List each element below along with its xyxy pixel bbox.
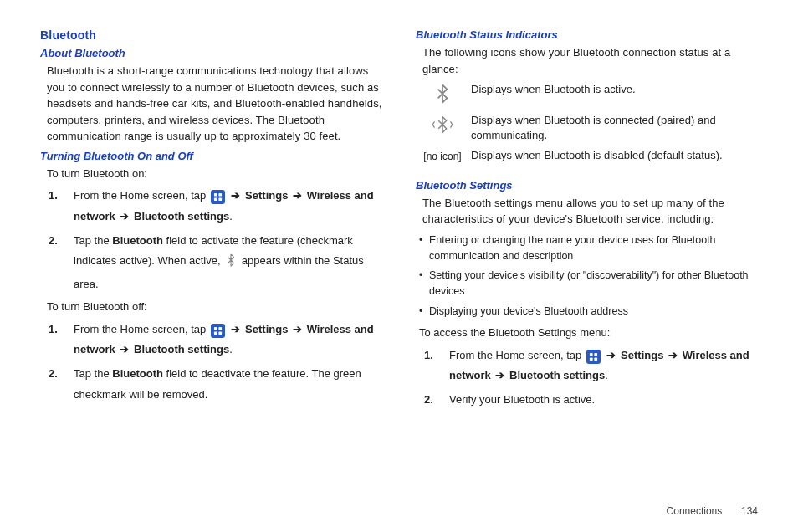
- svg-rect-6: [214, 331, 217, 335]
- bluetooth-active-icon: [422, 82, 463, 108]
- subheading-turning-on-off: Turning Bluetooth On and Off: [40, 150, 382, 162]
- subheading-about-bluetooth: About Bluetooth: [40, 47, 382, 59]
- bullet-visibility: Setting your device's visibility (or "di…: [419, 268, 758, 299]
- arrow-icon: ➔: [229, 323, 242, 335]
- arrow-icon: ➔: [229, 189, 242, 202]
- path-settings: Settings: [245, 189, 288, 202]
- path-settings: Settings: [245, 323, 288, 335]
- right-column: Bluetooth Status Indicators The followin…: [416, 28, 758, 414]
- step-text: From the Home screen, tap: [74, 189, 209, 202]
- turn-off-lead: To turn Bluetooth off:: [47, 299, 382, 316]
- svg-rect-10: [590, 357, 593, 361]
- bluetooth-field-label: Bluetooth: [112, 234, 163, 247]
- subheading-status-indicators: Bluetooth Status Indicators: [416, 28, 758, 41]
- step-text: Tap the: [74, 367, 112, 380]
- svg-rect-5: [218, 326, 222, 330]
- arrow-icon: ➔: [291, 189, 304, 202]
- status-lead: The following icons show your Bluetooth …: [422, 44, 758, 77]
- svg-rect-9: [594, 352, 597, 356]
- apps-icon: [211, 324, 225, 338]
- turn-off-steps: From the Home screen, tap ➔ Settings ➔ W…: [64, 320, 382, 406]
- bullet-name-change: Entering or changing the name your devic…: [419, 233, 758, 264]
- arrow-icon: ➔: [118, 343, 130, 356]
- subheading-bluetooth-settings: Bluetooth Settings: [416, 179, 758, 192]
- svg-rect-4: [214, 326, 217, 330]
- status-row-connected: Displays when Bluetooth is connected (pa…: [422, 113, 758, 143]
- content-columns: Bluetooth About Bluetooth Bluetooth is a…: [40, 28, 758, 414]
- bluetooth-connected-icon: [422, 113, 463, 139]
- turn-on-steps: From the Home screen, tap ➔ Settings ➔ W…: [64, 186, 382, 294]
- turn-off-step-1: From the Home screen, tap ➔ Settings ➔ W…: [64, 320, 382, 361]
- svg-rect-7: [218, 331, 222, 335]
- arrow-icon: ➔: [605, 349, 617, 361]
- bluetooth-status-icon: [225, 253, 237, 274]
- status-row-active: Displays when Bluetooth is active.: [422, 82, 758, 108]
- access-step-1: From the Home screen, tap ➔ Settings ➔ W…: [439, 345, 758, 386]
- path-settings: Settings: [621, 349, 663, 361]
- section-heading-bluetooth: Bluetooth: [40, 28, 382, 42]
- turn-off-step-2: Tap the Bluetooth field to deactivate th…: [64, 364, 382, 405]
- bluetooth-field-label: Bluetooth: [112, 367, 163, 380]
- about-bluetooth-body: Bluetooth is a short-range communication…: [47, 63, 382, 145]
- turn-on-step-2: Tap the Bluetooth field to activate the …: [64, 231, 382, 295]
- left-column: Bluetooth About Bluetooth Bluetooth is a…: [40, 28, 382, 414]
- no-icon-label: [no icon]: [422, 148, 463, 164]
- status-desc: Displays when Bluetooth is connected (pa…: [471, 113, 758, 143]
- step-text: From the Home screen, tap: [74, 323, 209, 335]
- path-bluetooth-settings: Bluetooth settings: [134, 210, 229, 223]
- status-desc: Displays when Bluetooth is active.: [471, 82, 758, 97]
- arrow-icon: ➔: [667, 349, 679, 361]
- turn-on-lead: To turn Bluetooth on:: [47, 166, 382, 183]
- svg-rect-3: [218, 198, 222, 202]
- status-row-disabled: [no icon] Displays when Bluetooth is dis…: [422, 148, 758, 164]
- page-footer: Connections 134: [667, 505, 758, 517]
- footer-page-number: 134: [741, 505, 758, 517]
- settings-lead: The Bluetooth settings menu allows you t…: [422, 195, 758, 228]
- footer-section: Connections: [667, 505, 723, 517]
- bullet-address: Displaying your device's Bluetooth addre…: [419, 304, 758, 320]
- access-settings-lead: To access the Bluetooth Settings menu:: [419, 325, 758, 342]
- arrow-icon: ➔: [118, 210, 130, 223]
- step-text: From the Home screen, tap: [449, 349, 585, 361]
- step-text: Tap the: [74, 234, 112, 247]
- svg-rect-11: [594, 357, 597, 361]
- apps-icon: [586, 350, 601, 364]
- access-step-2: Verify your Bluetooth is active.: [439, 390, 758, 411]
- arrow-icon: ➔: [291, 323, 304, 335]
- path-bluetooth-settings: Bluetooth settings: [134, 343, 229, 356]
- arrow-icon: ➔: [494, 369, 506, 381]
- apps-icon: [211, 190, 225, 204]
- svg-rect-2: [214, 198, 217, 202]
- settings-feature-list: Entering or changing the name your devic…: [419, 233, 758, 320]
- svg-rect-0: [214, 193, 217, 197]
- path-bluetooth-settings: Bluetooth settings: [509, 369, 605, 381]
- access-settings-steps: From the Home screen, tap ➔ Settings ➔ W…: [439, 345, 758, 411]
- svg-rect-8: [590, 352, 593, 356]
- status-desc: Displays when Bluetooth is disabled (def…: [471, 148, 758, 163]
- svg-rect-1: [218, 193, 222, 197]
- turn-on-step-1: From the Home screen, tap ➔ Settings ➔ W…: [64, 186, 382, 227]
- status-indicator-table: Displays when Bluetooth is active. Displ…: [422, 82, 758, 164]
